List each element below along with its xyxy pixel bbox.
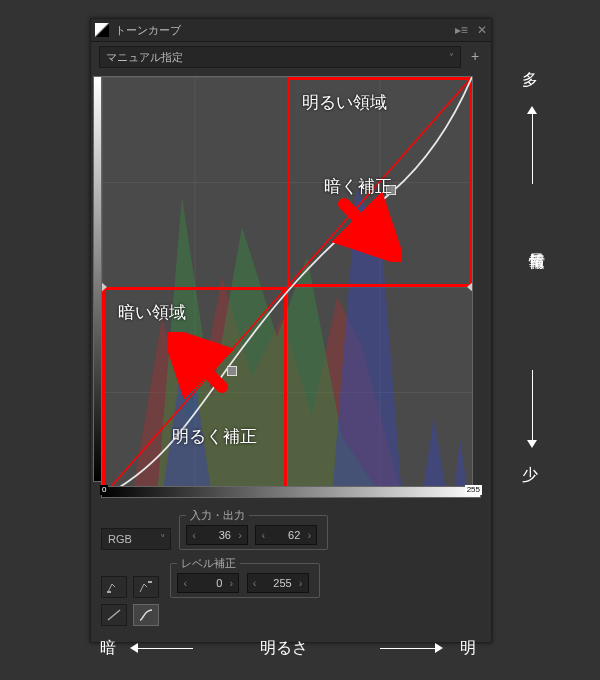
label-bright-region: 明るい領域 [302,91,387,114]
panel-title-actions: ▸≡ ✕ [449,23,487,37]
line-down [532,370,533,440]
arrow-brighten [167,332,237,402]
arrow-right-icon [435,643,443,653]
tone-curve-panel: トーンカーブ ▸≡ ✕ マニュアル指定 + [90,18,492,643]
label-dark: 暗 [100,638,116,659]
preset-select-label: マニュアル指定 [106,50,183,65]
curve-type-buttons [101,604,162,626]
input-min-label: 0 [100,485,108,495]
input-gradient-strip: 0 255 [101,486,481,498]
panel-title: トーンカーブ [115,23,449,38]
sampler-buttons [101,576,162,598]
input-value-spinner[interactable]: ‹ 36 › [186,525,248,545]
arrow-up-icon [527,106,537,114]
arrow-left-icon [130,643,138,653]
channel-select[interactable]: RGB [101,528,171,550]
spline-curve-button[interactable] [133,604,159,626]
graph-area: 明るい領域 暗く補正 暗い領域 明るく補正 [101,76,481,498]
svg-line-2 [344,204,382,242]
svg-rect-5 [148,581,152,583]
label-dark-region: 暗い領域 [118,301,186,324]
white-point-sampler[interactable] [133,576,159,598]
panel-close-icon[interactable]: ✕ [477,23,487,37]
label-more: 多 [522,70,538,91]
panel-titlebar: トーンカーブ ▸≡ ✕ [91,19,491,42]
linear-curve-button[interactable] [101,604,127,626]
input-increment[interactable]: › [233,529,247,541]
black-point-sampler[interactable] [101,576,127,598]
label-bright: 明 [460,638,476,659]
io-group: 入力・出力 ‹ 36 › ‹ 62 › [179,508,328,550]
tone-curve-icon [95,23,109,37]
output-decrement[interactable]: ‹ [256,529,270,541]
output-value-spinner[interactable]: ‹ 62 › [255,525,317,545]
level-group: レベル補正 ‹ 0 › ‹ 255 › [170,556,319,598]
output-value: 62 [270,529,302,541]
input-decrement[interactable]: ‹ [187,529,201,541]
level-high-decrement[interactable]: ‹ [248,577,262,589]
level-group-label: レベル補正 [177,556,240,571]
channel-select-label: RGB [108,533,132,545]
svg-line-3 [184,349,222,387]
midpoint-marker-left[interactable] [101,282,107,292]
tone-curve[interactable] [102,77,472,497]
arrow-down-icon [527,440,537,448]
label-less: 少 [522,465,538,486]
curve-controls: RGB 入力・出力 ‹ 36 › ‹ 62 › [91,504,491,642]
svg-line-6 [108,610,120,620]
midpoint-marker-right[interactable] [467,282,473,292]
output-increment[interactable]: › [302,529,316,541]
level-high-spinner[interactable]: ‹ 255 › [247,573,309,593]
level-high-value: 255 [262,577,294,589]
level-low-value: 0 [192,577,224,589]
svg-rect-4 [107,591,111,593]
io-group-label: 入力・出力 [186,508,249,523]
preset-row: マニュアル指定 + [91,42,491,72]
level-high-increment[interactable]: › [294,577,308,589]
add-preset-button[interactable]: + [467,49,483,65]
label-brighten: 明るく補正 [172,425,257,448]
line-right [380,648,435,649]
line-left [138,648,193,649]
level-low-decrement[interactable]: ‹ [178,577,192,589]
arrow-darken [332,192,402,262]
level-low-spinner[interactable]: ‹ 0 › [177,573,239,593]
level-low-increment[interactable]: › [224,577,238,589]
panel-menu-icon[interactable]: ▸≡ [455,23,468,37]
curve-graph[interactable]: 明るい領域 暗く補正 暗い領域 明るく補正 [101,76,473,498]
input-max-label: 255 [465,485,482,495]
preset-select[interactable]: マニュアル指定 [99,46,461,68]
line-up [532,114,533,184]
axis-right-legend: 多 情報量 少 [502,50,582,520]
input-value: 36 [201,529,233,541]
axis-bottom-legend: 暗 明るさ 明 [90,630,490,670]
label-brightness: 明るさ [260,638,308,659]
